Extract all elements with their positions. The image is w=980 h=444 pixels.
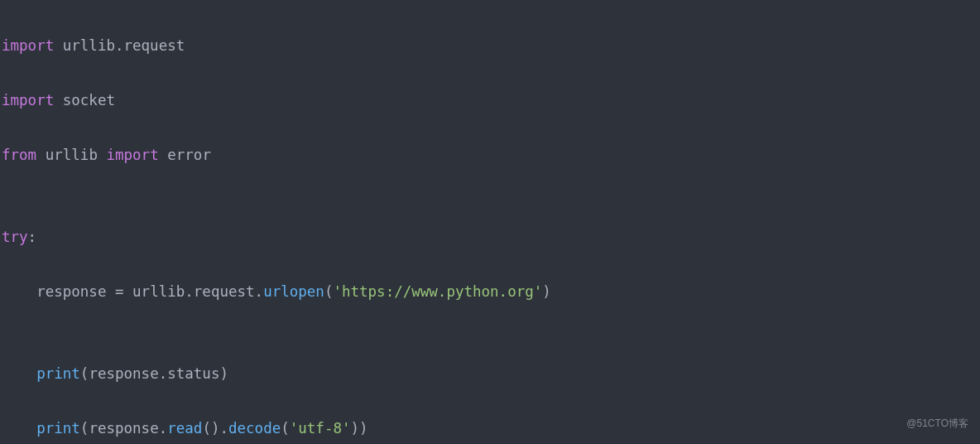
code-line: print(response.status) bbox=[2, 360, 980, 388]
string-url: 'https://www.python.org' bbox=[333, 283, 542, 300]
keyword-import: import bbox=[2, 37, 54, 54]
code-line: from urllib import error bbox=[2, 142, 980, 169]
keyword-from: from bbox=[2, 147, 36, 163]
function-urlopen: urlopen bbox=[263, 283, 324, 300]
code-line: import urllib.request bbox=[2, 32, 980, 60]
watermark-text: @51CTO博客 bbox=[906, 410, 968, 437]
code-line: print(response.read().decode('utf-8')) bbox=[2, 415, 980, 442]
function-print: print bbox=[36, 420, 80, 437]
keyword-import: import bbox=[2, 92, 54, 109]
code-block: import urllib.request import socket from… bbox=[0, 0, 980, 444]
module-name: socket bbox=[63, 92, 115, 109]
code-line: response = urllib.request.urlopen('https… bbox=[2, 278, 980, 306]
module-name: urllib.request bbox=[63, 37, 185, 54]
function-print: print bbox=[36, 365, 80, 382]
code-line: import socket bbox=[2, 87, 980, 114]
code-line: try: bbox=[2, 224, 980, 251]
keyword-import: import bbox=[106, 147, 158, 163]
keyword-try: try bbox=[2, 229, 28, 245]
